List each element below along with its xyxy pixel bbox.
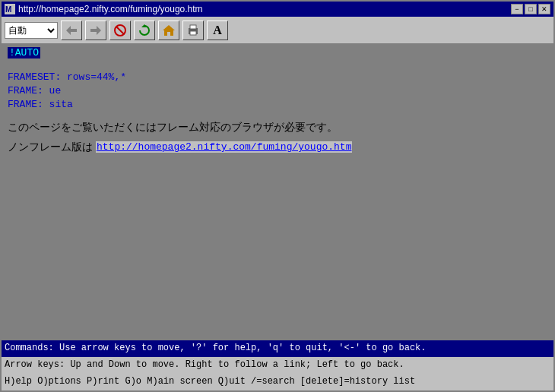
stop-button[interactable] xyxy=(109,21,131,40)
frame-sita-line: FRAME: sita xyxy=(8,98,547,112)
title-bar: M http://homepage2.nifty.com/fuming/youg… xyxy=(2,2,553,17)
status-bar-options: H)elp O)ptions P)rint G)o M)ain screen Q… xyxy=(2,374,553,390)
nonframe-label: ノンフレーム版は xyxy=(8,141,93,154)
svg-marker-7 xyxy=(163,25,175,36)
browser-icon: M xyxy=(5,4,15,14)
frame-ue-line: FRAME: ue xyxy=(8,84,547,98)
status-bar-commands: Commands: Use arrow keys to move, '?' fo… xyxy=(2,340,553,357)
font-icon: A xyxy=(213,24,222,37)
title-buttons: − □ ✕ xyxy=(511,4,550,14)
forward-button[interactable] xyxy=(85,21,106,40)
font-button[interactable]: A xyxy=(207,21,228,40)
close-button[interactable]: ✕ xyxy=(538,4,550,14)
maximize-button[interactable]: □ xyxy=(525,4,537,14)
svg-line-5 xyxy=(116,27,124,34)
back-button[interactable] xyxy=(61,21,82,40)
zoom-select[interactable]: 自動 xyxy=(5,22,58,39)
svg-marker-3 xyxy=(90,26,101,35)
svg-text:M: M xyxy=(5,5,11,14)
svg-rect-9 xyxy=(190,25,196,29)
toolbar: 自動 xyxy=(2,17,553,44)
status-bar-arrow-keys: Arrow keys: Up and Down to move. Right t… xyxy=(2,357,553,374)
window-title: http://homepage2.nifty.com/fuming/yougo.… xyxy=(18,4,203,14)
nonframe-url-link[interactable]: http://homepage2.nifty.com/fuming/yougo.… xyxy=(96,141,352,153)
home-button[interactable] xyxy=(158,21,179,40)
japanese-message: このページをご覧いただくにはフレーム対応のブラウザが必要です。 xyxy=(8,119,547,138)
minimize-button[interactable]: − xyxy=(511,4,523,14)
svg-rect-10 xyxy=(190,31,196,35)
title-left: M http://homepage2.nifty.com/fuming/youg… xyxy=(5,4,203,14)
print-button[interactable] xyxy=(182,21,204,40)
browser-window: M http://homepage2.nifty.com/fuming/youg… xyxy=(0,0,555,392)
status-bars: Commands: Use arrow keys to move, '?' fo… xyxy=(2,340,553,390)
auto-label: !AUTO xyxy=(8,47,40,58)
svg-marker-2 xyxy=(66,26,77,35)
frameset-line: FRAMESET: rows=44%,* xyxy=(8,71,547,84)
refresh-button[interactable] xyxy=(134,21,155,40)
content-area: !AUTO FRAMESET: rows=44%,* FRAME: ue FRA… xyxy=(2,44,553,340)
